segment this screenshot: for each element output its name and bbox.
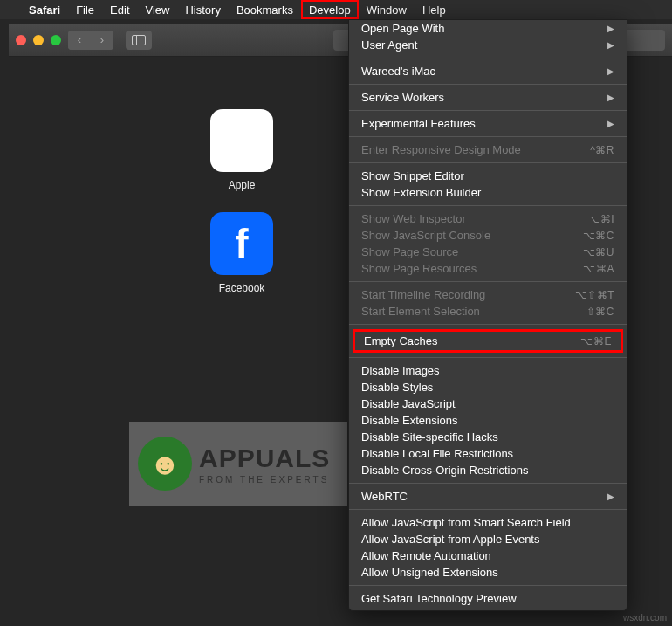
- menu-separator: [349, 357, 627, 358]
- menu-window[interactable]: Window: [359, 0, 415, 19]
- favorite-facebook[interactable]: f Facebook: [173, 212, 311, 294]
- svg-rect-0: [133, 35, 146, 45]
- menu-item-label: Disable JavaScript: [361, 397, 456, 410]
- menu-item-disable-extensions[interactable]: Disable Extensions: [349, 412, 627, 429]
- submenu-arrow-icon: ▶: [607, 93, 614, 102]
- traffic-lights: [16, 35, 61, 45]
- menu-view[interactable]: View: [138, 0, 178, 19]
- menu-item-label: Start Element Selection: [361, 305, 480, 318]
- menu-item-disable-images[interactable]: Disable Images: [349, 362, 627, 379]
- menu-item-allow-javascript-from-apple-events[interactable]: Allow JavaScript from Apple Events: [349, 531, 627, 547]
- menu-item-open-page-with[interactable]: Open Page With▶: [349, 20, 627, 37]
- menu-item-label: Enter Responsive Design Mode: [361, 143, 521, 156]
- menu-separator: [349, 585, 627, 586]
- submenu-arrow-icon: ▶: [607, 24, 614, 33]
- submenu-arrow-icon: ▶: [607, 40, 614, 50]
- menu-item-label: Empty Caches: [364, 334, 438, 347]
- menu-separator: [349, 483, 627, 484]
- menu-separator: [349, 162, 627, 163]
- menu-item-label: Show Web Inspector: [361, 212, 466, 225]
- menu-bookmarks[interactable]: Bookmarks: [229, 0, 301, 19]
- menu-item-show-javascript-console: Show JavaScript Console⌥⌘C: [349, 227, 627, 244]
- sidebar-toggle-button[interactable]: [126, 31, 152, 50]
- menu-item-label: WebRTC: [361, 490, 408, 503]
- menu-item-disable-javascript[interactable]: Disable JavaScript: [349, 396, 627, 412]
- menu-item-empty-caches[interactable]: Empty Caches⌥⌘E: [353, 329, 623, 353]
- menu-separator: [349, 58, 627, 58]
- menu-file[interactable]: File: [68, 0, 102, 19]
- menu-item-disable-site-specific-hacks[interactable]: Disable Site-specific Hacks: [349, 429, 627, 445]
- menu-item-show-page-resources: Show Page Resources⌥⌘A: [349, 260, 627, 277]
- menu-item-label: Disable Styles: [361, 381, 433, 394]
- watermark-avatar-icon: ☻: [138, 437, 192, 491]
- favorite-label: Facebook: [219, 282, 265, 294]
- maximize-button[interactable]: [51, 35, 61, 45]
- develop-dropdown: Open Page With▶User Agent▶Wareed's iMac▶…: [348, 19, 627, 611]
- menu-item-label: Show Page Resources: [361, 262, 477, 275]
- menu-item-label: Allow JavaScript from Smart Search Field: [361, 516, 571, 529]
- watermark-brand: APPUALS: [199, 444, 330, 473]
- nav-buttons: ‹ ›: [68, 31, 113, 50]
- menu-item-show-web-inspector: Show Web Inspector⌥⌘I: [349, 210, 627, 227]
- menu-item-experimental-features[interactable]: Experimental Features▶: [349, 115, 627, 132]
- menu-item-label: Wareed's iMac: [361, 65, 435, 78]
- menu-item-label: Disable Extensions: [361, 414, 458, 427]
- menu-item-label: Experimental Features: [361, 117, 476, 130]
- submenu-arrow-icon: ▶: [607, 119, 614, 128]
- menu-develop[interactable]: Develop: [301, 0, 359, 19]
- menu-item-label: User Agent: [361, 38, 417, 52]
- menu-item-get-safari-technology-preview[interactable]: Get Safari Technology Preview: [349, 590, 627, 607]
- menu-item-disable-local-file-restrictions[interactable]: Disable Local File Restrictions: [349, 445, 627, 462]
- favorite-label: Apple: [229, 179, 256, 191]
- submenu-arrow-icon: ▶: [607, 492, 614, 501]
- menu-item-label: Allow JavaScript from Apple Events: [361, 533, 539, 546]
- menu-item-wareed-s-imac[interactable]: Wareed's iMac▶: [349, 63, 627, 79]
- favorite-apple[interactable]: Apple: [173, 109, 311, 191]
- minimize-button[interactable]: [33, 35, 44, 45]
- menu-item-user-agent[interactable]: User Agent▶: [349, 37, 627, 53]
- menu-separator: [349, 205, 627, 206]
- menu-item-allow-unsigned-extensions[interactable]: Allow Unsigned Extensions: [349, 564, 627, 581]
- watermark: ☻ APPUALS FROM THE EXPERTS: [129, 422, 347, 506]
- menubar: Safari File Edit View History Bookmarks …: [0, 0, 672, 19]
- menu-item-service-workers[interactable]: Service Workers▶: [349, 89, 627, 106]
- menu-item-label: Disable Local File Restrictions: [361, 447, 513, 460]
- menu-item-shortcut: ⌥⌘A: [583, 263, 614, 275]
- menu-item-label: Show Extension Builder: [361, 186, 481, 199]
- menu-edit[interactable]: Edit: [102, 0, 137, 19]
- back-button[interactable]: ‹: [68, 31, 91, 50]
- sidebar-icon: [132, 35, 146, 45]
- menu-separator: [349, 324, 627, 325]
- menu-item-show-page-source: Show Page Source⌥⌘U: [349, 244, 627, 260]
- submenu-arrow-icon: ▶: [607, 66, 614, 76]
- menu-history[interactable]: History: [177, 0, 228, 19]
- menu-item-allow-remote-automation[interactable]: Allow Remote Automation: [349, 547, 627, 564]
- close-button[interactable]: [16, 35, 26, 45]
- menu-help[interactable]: Help: [415, 0, 454, 19]
- forward-button[interactable]: ›: [91, 31, 113, 50]
- menu-item-label: Open Page With: [361, 22, 444, 35]
- menu-item-label: Show JavaScript Console: [361, 229, 490, 242]
- menu-item-webrtc[interactable]: WebRTC▶: [349, 488, 627, 505]
- menu-item-disable-styles[interactable]: Disable Styles: [349, 379, 627, 396]
- watermark-subtitle: FROM THE EXPERTS: [199, 475, 330, 485]
- menu-item-shortcut: ⌥⌘I: [587, 213, 614, 225]
- menu-separator: [349, 136, 627, 137]
- menu-separator: [349, 281, 627, 282]
- facebook-icon: f: [210, 212, 273, 275]
- menu-app-name[interactable]: Safari: [21, 0, 68, 19]
- menu-item-label: Disable Images: [361, 364, 440, 377]
- menu-item-label: Start Timeline Recording: [361, 288, 485, 301]
- menu-item-shortcut: ⌥⌘C: [583, 230, 614, 242]
- menu-item-show-extension-builder[interactable]: Show Extension Builder: [349, 184, 627, 201]
- menu-item-shortcut: ⌥⌘U: [583, 246, 614, 258]
- menu-item-disable-cross-origin-restrictions[interactable]: Disable Cross-Origin Restrictions: [349, 462, 627, 478]
- menu-item-label: Allow Unsigned Extensions: [361, 566, 498, 579]
- menu-item-show-snippet-editor[interactable]: Show Snippet Editor: [349, 168, 627, 184]
- menu-item-allow-javascript-from-smart-search-field[interactable]: Allow JavaScript from Smart Search Field: [349, 514, 627, 531]
- menu-separator: [349, 509, 627, 510]
- menu-item-label: Service Workers: [361, 91, 444, 104]
- menu-item-start-timeline-recording: Start Timeline Recording⌥⇧⌘T: [349, 286, 627, 303]
- menu-item-shortcut: ⌥⌘E: [580, 335, 612, 347]
- menu-item-label: Disable Cross-Origin Restrictions: [361, 464, 528, 477]
